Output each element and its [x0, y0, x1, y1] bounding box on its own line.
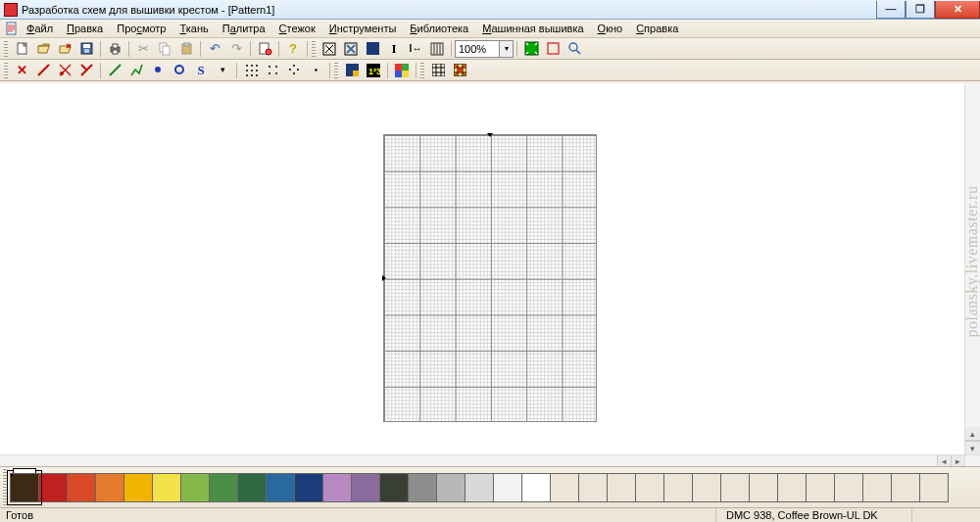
zoom-tool-button[interactable]	[564, 39, 585, 59]
three-quarter-button[interactable]	[75, 61, 97, 80]
color-a-button[interactable]	[341, 61, 363, 80]
vertical-scrollbar[interactable]: ▴ ▾	[964, 83, 980, 454]
palette-swatch-20[interactable]	[578, 473, 608, 502]
pattern-canvas[interactable]	[383, 134, 597, 422]
toolbar-grip[interactable]	[4, 41, 8, 57]
menu-ткань[interactable]: Ткань	[173, 21, 216, 36]
toolbar-grip[interactable]	[4, 63, 8, 78]
horizontal-scrollbar[interactable]: ◂ ▸	[0, 454, 964, 466]
workspace[interactable]	[0, 83, 964, 466]
palette-swatch-12[interactable]	[351, 473, 380, 502]
save-button[interactable]	[75, 39, 97, 59]
open-button[interactable]	[32, 39, 54, 59]
palette-swatch-1[interactable]	[38, 473, 68, 502]
quarter-button[interactable]	[54, 61, 75, 80]
color-picker-button[interactable]	[391, 61, 413, 80]
palette-swatch-4[interactable]	[123, 473, 153, 502]
dotgrid-3-button[interactable]	[283, 61, 305, 80]
palette-swatch-27[interactable]	[777, 473, 807, 502]
menu-машинная вышивка[interactable]: Машинная вышивка	[475, 21, 590, 36]
close-button[interactable]: ✕	[935, 1, 980, 19]
palette-swatch-2[interactable]	[67, 473, 96, 502]
backstitch-button[interactable]	[104, 61, 125, 80]
palette-swatch-32[interactable]	[919, 473, 949, 502]
palette-swatch-11[interactable]	[322, 473, 352, 502]
palette-swatch-8[interactable]	[237, 473, 267, 502]
full-cross-button[interactable]: ✕	[11, 61, 32, 80]
ruler-v-button[interactable]	[426, 39, 448, 59]
palette-swatch-14[interactable]	[408, 473, 437, 502]
dotgrid-4-button[interactable]	[305, 61, 326, 80]
toolbar-grip[interactable]	[420, 63, 424, 78]
palette-swatch-26[interactable]	[749, 473, 778, 502]
cut-button[interactable]: ✂	[132, 39, 154, 59]
color-count-button[interactable]: 1²3	[363, 61, 384, 80]
palette-swatch-23[interactable]	[663, 473, 693, 502]
fit-screen-button[interactable]	[520, 39, 542, 59]
bead-button[interactable]	[169, 61, 190, 80]
menu-правка[interactable]: Правка	[60, 21, 110, 36]
grid-toggle-button[interactable]	[427, 61, 449, 80]
menu-инструменты[interactable]: Инструменты	[322, 21, 404, 36]
copy-button[interactable]	[154, 39, 175, 59]
palette-swatch-17[interactable]	[493, 473, 522, 502]
palette-swatch-22[interactable]	[635, 473, 664, 502]
grid-hide-button[interactable]	[449, 61, 470, 80]
toolbar-grip[interactable]	[312, 41, 316, 57]
view-stitches-button[interactable]	[340, 39, 362, 59]
zoom-input[interactable]: 100%	[455, 40, 500, 58]
dotgrid-2-button[interactable]	[262, 61, 283, 80]
special-stitch-button[interactable]: S	[190, 61, 212, 80]
half-cross-button[interactable]	[32, 61, 54, 80]
help-button[interactable]: ?	[282, 39, 304, 59]
scroll-left-button[interactable]: ◂	[937, 455, 951, 466]
palette-swatch-15[interactable]	[436, 473, 466, 502]
view-symbols-button[interactable]	[318, 39, 340, 59]
dotgrid-1-button[interactable]	[240, 61, 262, 80]
palette-swatch-6[interactable]	[180, 473, 210, 502]
backstitch2-button[interactable]	[125, 61, 147, 80]
palette-swatch-9[interactable]	[266, 473, 295, 502]
palette-swatch-24[interactable]	[692, 473, 721, 502]
close-file-button[interactable]	[54, 39, 75, 59]
palette-swatch-10[interactable]	[294, 473, 323, 502]
paste-button[interactable]	[175, 39, 197, 59]
palette-swatch-19[interactable]	[550, 473, 579, 502]
new-button[interactable]	[11, 39, 32, 59]
special-dropdown-button[interactable]: ▾	[212, 61, 233, 80]
palette-swatch-16[interactable]	[465, 473, 494, 502]
palette-swatch-0[interactable]	[10, 473, 39, 502]
menu-файл[interactable]: Файл	[20, 21, 60, 36]
properties-button[interactable]	[254, 39, 275, 59]
zoom-dropdown-button[interactable]: ▾	[500, 40, 514, 58]
palette-swatch-5[interactable]	[152, 473, 181, 502]
toolbar-grip[interactable]	[334, 63, 338, 78]
french-knot-button[interactable]	[147, 61, 169, 80]
print-button[interactable]	[104, 39, 125, 59]
menu-справка[interactable]: Справка	[629, 21, 685, 36]
palette-swatch-7[interactable]	[209, 473, 238, 502]
menu-стежок[interactable]: Стежок	[272, 21, 322, 36]
palette-swatch-30[interactable]	[862, 473, 892, 502]
scroll-right-button[interactable]: ▸	[951, 455, 964, 466]
palette-grip[interactable]	[3, 469, 7, 506]
menu-библиотека[interactable]: Библиотека	[403, 21, 475, 36]
palette-swatch-25[interactable]	[720, 473, 750, 502]
minimize-button[interactable]: —	[876, 1, 906, 19]
palette-swatch-18[interactable]	[521, 473, 551, 502]
palette-swatch-31[interactable]	[891, 473, 920, 502]
view-info-button[interactable]: I	[383, 39, 405, 59]
ruler-h-button[interactable]: I↔	[405, 39, 426, 59]
undo-button[interactable]: ↶	[204, 39, 225, 59]
palette-swatch-28[interactable]	[806, 473, 835, 502]
scroll-up-button[interactable]: ▴	[965, 427, 980, 441]
menu-окно[interactable]: Окно	[591, 21, 630, 36]
menu-палитра[interactable]: Палитра	[216, 21, 272, 36]
palette-swatch-29[interactable]	[834, 473, 863, 502]
scroll-down-button[interactable]: ▾	[965, 441, 980, 454]
menu-просмотр[interactable]: Просмотр	[110, 21, 172, 36]
palette-swatch-13[interactable]	[379, 473, 409, 502]
palette-swatch-21[interactable]	[607, 473, 636, 502]
fullscreen-button[interactable]	[542, 39, 564, 59]
palette-swatch-3[interactable]	[95, 473, 124, 502]
